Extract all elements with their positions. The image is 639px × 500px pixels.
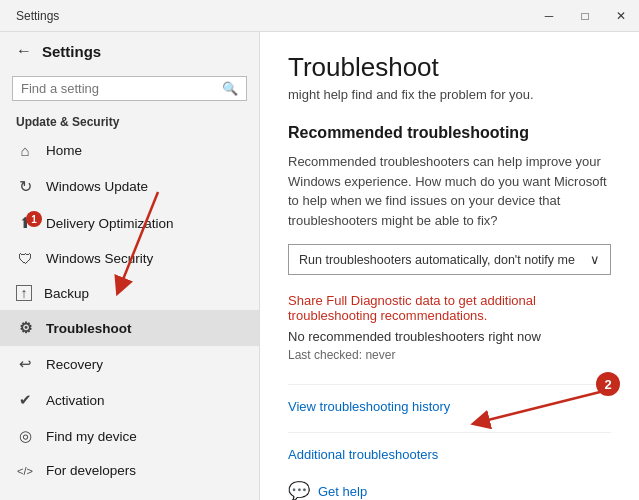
security-icon: 🛡	[16, 250, 34, 267]
home-icon: ⌂	[16, 142, 34, 159]
main-content: Troubleshoot might help find and fix the…	[260, 32, 639, 500]
minimize-button[interactable]: ─	[531, 2, 567, 30]
close-button[interactable]: ✕	[603, 2, 639, 30]
search-icon: 🔍	[222, 81, 238, 96]
sidebar-title: Settings	[42, 43, 101, 60]
recommended-desc: Recommended troubleshooters can help imp…	[288, 152, 611, 230]
window-controls: ─ □ ✕	[531, 2, 639, 30]
page-subtitle: might help find and fix the problem for …	[288, 87, 611, 102]
search-box[interactable]: 🔍	[12, 76, 247, 101]
recommended-heading: Recommended troubleshooting	[288, 124, 611, 142]
divider	[288, 384, 611, 385]
search-input[interactable]	[21, 81, 216, 96]
last-checked-text: Last checked: never	[288, 348, 611, 362]
sidebar-item-label: Backup	[44, 286, 89, 301]
chevron-down-icon: ∨	[590, 252, 600, 267]
get-help-link[interactable]: Get help	[318, 484, 367, 499]
additional-troubleshooters-link[interactable]: Additional troubleshooters	[288, 447, 611, 462]
window-title: Settings	[16, 9, 59, 23]
notification-badge: 1	[26, 211, 42, 227]
get-help-row: 💬 Get help	[288, 480, 611, 500]
sidebar-item-label: Find my device	[46, 429, 137, 444]
recovery-icon: ↩	[16, 355, 34, 373]
sidebar-item-home[interactable]: ⌂ Home	[0, 133, 259, 168]
dropdown-value: Run troubleshooters automatically, don't…	[299, 253, 575, 267]
sidebar-item-label: For developers	[46, 463, 136, 478]
update-icon: ↻	[16, 177, 34, 196]
activation-icon: ✔	[16, 391, 34, 409]
sidebar-item-label: Recovery	[46, 357, 103, 372]
sidebar-item-find-my-device[interactable]: ◎ Find my device	[0, 418, 259, 454]
sidebar-item-label: Windows Security	[46, 251, 153, 266]
sidebar-item-recovery[interactable]: ↩ Recovery	[0, 346, 259, 382]
back-button[interactable]: ←	[16, 42, 32, 60]
sidebar-item-windows-security[interactable]: 🛡 Windows Security	[0, 241, 259, 276]
sidebar-item-windows-update[interactable]: ↻ Windows Update	[0, 168, 259, 205]
sidebar-item-delivery-optimization[interactable]: ⬆ Delivery Optimization 1	[0, 205, 259, 241]
sidebar-item-for-developers[interactable]: </> For developers	[0, 454, 259, 487]
share-diagnostic-link[interactable]: Share Full Diagnostic data to get additi…	[288, 293, 611, 323]
sidebar-item-label: Troubleshoot	[46, 321, 132, 336]
find-device-icon: ◎	[16, 427, 34, 445]
sidebar-item-label: Windows Update	[46, 179, 148, 194]
sidebar-item-label: Activation	[46, 393, 105, 408]
titlebar: Settings ─ □ ✕	[0, 0, 639, 32]
sidebar: ← Settings 🔍 Update & Security ⌂ Home ↻ …	[0, 32, 260, 500]
view-history-link[interactable]: View troubleshooting history	[288, 399, 611, 414]
section-title: Update & Security	[0, 109, 259, 133]
backup-icon: ↑	[16, 285, 32, 301]
page-title: Troubleshoot	[288, 52, 611, 83]
troubleshoot-icon: ⚙	[16, 319, 34, 337]
troubleshoot-dropdown[interactable]: Run troubleshooters automatically, don't…	[288, 244, 611, 275]
sidebar-header: ← Settings	[0, 32, 259, 70]
sidebar-item-label: Delivery Optimization	[46, 216, 174, 231]
developer-icon: </>	[16, 465, 34, 477]
maximize-button[interactable]: □	[567, 2, 603, 30]
sidebar-item-activation[interactable]: ✔ Activation	[0, 382, 259, 418]
no-troubleshooters-text: No recommended troubleshooters right now	[288, 329, 611, 344]
sidebar-item-backup[interactable]: ↑ Backup	[0, 276, 259, 310]
sidebar-item-troubleshoot[interactable]: ⚙ Troubleshoot	[0, 310, 259, 346]
divider2	[288, 432, 611, 433]
get-help-icon: 💬	[288, 480, 310, 500]
sidebar-item-label: Home	[46, 143, 82, 158]
